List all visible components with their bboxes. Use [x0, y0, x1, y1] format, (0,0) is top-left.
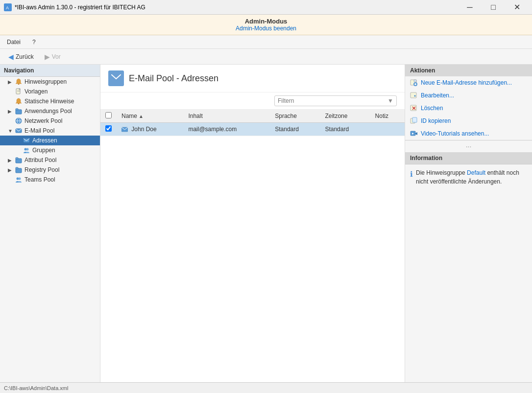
nav-label-vorlagen: Vorlagen: [24, 88, 48, 95]
status-path: C:\IBI-aws\Admin\Data.xml: [4, 385, 68, 391]
toolbar: ◀ Zurück ▶ Vor: [0, 49, 532, 65]
nav-label-registry-pool: Registry Pool: [24, 166, 59, 173]
sidebar-item-registry-pool[interactable]: ▶Registry Pool: [0, 165, 100, 175]
content-area: E-Mail Pool - Adressen ▼ Name▲ Inhalt: [100, 65, 405, 382]
row-name: John Doe: [131, 126, 156, 133]
expand-arrow-anwendungs-pool: ▶: [8, 109, 14, 114]
col-checkbox: [100, 110, 117, 123]
right-panel: Aktionen Neue E-Mail-Adresse hinzufügen.…: [405, 65, 532, 382]
info-body: ℹ Die Hinweisgruppe Default enthält noch…: [405, 164, 532, 190]
action-add[interactable]: Neue E-Mail-Adresse hinzufügen...: [405, 76, 532, 89]
status-bar: C:\IBI-aws\Admin\Data.xml: [0, 382, 532, 393]
action-icon-tutorials: [410, 130, 418, 138]
page-header: E-Mail Pool - Adressen: [100, 65, 405, 92]
svg-rect-2: [18, 84, 20, 85]
close-button[interactable]: ✕: [506, 0, 528, 15]
nav-icon-registry-pool: [15, 166, 23, 174]
nav-label-statische-hinweise: Statische Hinweise: [24, 98, 74, 105]
data-table: Name▲ Inhalt Sprache Zeitzone Notiz John…: [100, 110, 405, 136]
filter-input-wrap: ▼: [274, 95, 397, 106]
sidebar-item-teams-pool[interactable]: Teams Pool: [0, 175, 100, 185]
menu-help[interactable]: ?: [29, 38, 39, 46]
info-icon: ℹ: [410, 169, 413, 180]
action-label-tutorials: Video-Tutorials ansehen...: [421, 130, 489, 137]
menu-bar: Datei ?: [0, 35, 532, 49]
nav-label-email-pool: E-Mail Pool: [24, 127, 54, 134]
info-link[interactable]: Default: [467, 169, 485, 176]
maximize-button[interactable]: □: [482, 0, 505, 15]
sidebar-item-gruppen[interactable]: Gruppen: [0, 145, 100, 155]
filter-icon[interactable]: ▼: [385, 96, 396, 106]
col-notiz[interactable]: Notiz: [370, 110, 405, 123]
nav-icon-gruppen: [23, 146, 30, 154]
sidebar-item-vorlagen[interactable]: Vorlagen: [0, 87, 100, 96]
col-name[interactable]: Name▲: [117, 110, 183, 123]
expand-arrow-attribut-pool: ▶: [8, 158, 14, 163]
action-label-edit: Bearbeiten...: [421, 92, 454, 99]
svg-rect-8: [16, 109, 18, 110]
expand-arrow-registry-pool: ▶: [8, 167, 14, 173]
svg-rect-29: [411, 92, 416, 98]
nav-label-adressen: Adressen: [32, 137, 57, 144]
svg-rect-19: [16, 167, 18, 169]
row-sprache: Standard: [275, 126, 299, 133]
minimize-button[interactable]: ─: [459, 0, 481, 15]
sidebar-item-statische-hinweise[interactable]: Statische Hinweise: [0, 96, 100, 106]
app-title: *IBI-aws Admin 1.30.0 - registriert für …: [15, 4, 145, 11]
back-button[interactable]: ◀ Zurück: [4, 51, 38, 63]
action-icon-delete: [410, 104, 418, 112]
nav-icon-attribut-pool: [15, 156, 23, 164]
row-checkbox-cell: [100, 123, 117, 136]
panel-resize-handle: ···: [405, 140, 532, 152]
forward-icon: ▶: [45, 53, 50, 61]
nav-label-gruppen: Gruppen: [32, 147, 55, 154]
col-sprache[interactable]: Sprache: [270, 110, 320, 123]
select-all-checkbox[interactable]: [105, 112, 112, 118]
table-row[interactable]: John Doe mail@sample.com Standard Standa…: [100, 123, 405, 136]
sidebar-item-anwendungs-pool[interactable]: ▶Anwendungs Pool: [0, 106, 100, 116]
sidebar-item-netzwerk-pool[interactable]: Netzwerk Pool: [0, 116, 100, 126]
row-zeitzone-cell: Standard: [320, 123, 370, 136]
action-edit[interactable]: Bearbeiten...: [405, 89, 532, 102]
content-table-area: ▼ Name▲ Inhalt Sprache Zeitzone Notiz: [100, 92, 405, 382]
nav-icon-vorlagen: [15, 88, 23, 95]
forward-label: Vor: [52, 53, 61, 60]
action-tutorials[interactable]: Video-Tutorials ansehen...: [405, 127, 532, 140]
admin-mode-link[interactable]: Admin-Modus beenden: [236, 25, 296, 32]
nav-icon-anwendungs-pool: [15, 107, 23, 115]
window-controls: ─ □ ✕: [459, 0, 528, 15]
svg-rect-35: [412, 117, 417, 122]
row-icon: [121, 126, 129, 133]
sidebar-item-attribut-pool[interactable]: ▶Attribut Pool: [0, 155, 100, 165]
action-label-delete: Löschen: [421, 105, 443, 112]
action-delete[interactable]: Löschen: [405, 102, 532, 115]
svg-point-21: [19, 178, 21, 180]
menu-datei[interactable]: Datei: [4, 38, 24, 46]
nav-icon-statische-hinweise: [15, 97, 23, 105]
sidebar-item-email-pool[interactable]: ▼E-Mail Pool: [0, 126, 100, 136]
nav-icon-hinweisgruppen: [15, 78, 23, 86]
sidebar-item-hinweisgruppen[interactable]: ▶Hinweisgruppen: [0, 77, 100, 87]
nav-icon-teams-pool: [15, 176, 23, 184]
main-content: Navigation ▶HinweisgruppenVorlagenStatis…: [0, 65, 532, 382]
svg-rect-6: [18, 103, 20, 104]
nav-label-attribut-pool: Attribut Pool: [24, 157, 56, 163]
nav-label-anwendungs-pool: Anwendungs Pool: [24, 108, 72, 115]
row-checkbox[interactable]: [105, 125, 112, 132]
svg-rect-17: [16, 158, 18, 159]
filter-bar: ▼: [100, 92, 405, 110]
action-label-copy-id: ID kopieren: [421, 117, 451, 124]
info-header: Information: [405, 152, 532, 164]
forward-button[interactable]: ▶ Vor: [40, 51, 65, 63]
action-label-add: Neue E-Mail-Adresse hinzufügen...: [421, 79, 512, 86]
col-inhalt[interactable]: Inhalt: [183, 110, 270, 123]
row-inhalt: mail@sample.com: [188, 126, 237, 133]
filter-input[interactable]: [275, 96, 385, 106]
sidebar-item-adressen[interactable]: Adressen: [0, 136, 100, 145]
actions-section: Aktionen Neue E-Mail-Adresse hinzufügen.…: [405, 65, 532, 140]
svg-text:A: A: [6, 5, 9, 10]
sidebar-header: Navigation: [0, 65, 100, 77]
row-notiz-cell: [370, 123, 405, 136]
action-copy-id[interactable]: ID kopieren: [405, 115, 532, 127]
col-zeitzone[interactable]: Zeitzone: [320, 110, 370, 123]
